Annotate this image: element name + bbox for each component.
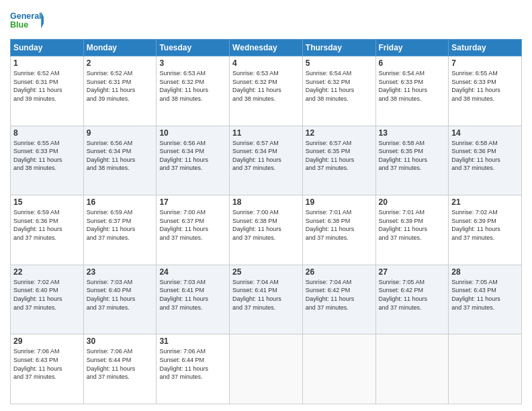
day-info: Sunrise: 7:05 AMSunset: 6:42 PMDaylight:…: [379, 279, 428, 311]
day-info: Sunrise: 7:05 AMSunset: 6:43 PMDaylight:…: [451, 279, 500, 311]
day-info: Sunrise: 7:02 AMSunset: 6:39 PMDaylight:…: [451, 209, 500, 241]
day-number: 16: [87, 197, 154, 207]
logo: General Blue: [10, 7, 44, 34]
table-row: 6Sunrise: 6:54 AMSunset: 6:33 PMDaylight…: [375, 56, 449, 126]
day-number: 29: [13, 336, 81, 346]
day-number: 5: [306, 58, 373, 68]
day-number: 10: [159, 128, 226, 138]
table-row: 16Sunrise: 6:59 AMSunset: 6:37 PMDayligh…: [83, 195, 157, 265]
day-number: 27: [379, 267, 446, 277]
day-info: Sunrise: 6:53 AMSunset: 6:32 PMDaylight:…: [232, 70, 281, 102]
day-number: 26: [306, 267, 373, 277]
day-info: Sunrise: 7:01 AMSunset: 6:39 PMDaylight:…: [379, 209, 428, 241]
day-info: Sunrise: 7:06 AMSunset: 6:44 PMDaylight:…: [159, 348, 208, 380]
day-info: Sunrise: 6:53 AMSunset: 6:32 PMDaylight:…: [159, 70, 208, 102]
header: General Blue: [10, 7, 522, 34]
table-row: [375, 334, 449, 404]
calendar-header-row: Sunday Monday Tuesday Wednesday Thursday…: [11, 40, 522, 56]
table-row: 19Sunrise: 7:01 AMSunset: 6:38 PMDayligh…: [302, 195, 375, 265]
day-info: Sunrise: 7:04 AMSunset: 6:42 PMDaylight:…: [306, 279, 355, 311]
day-number: 13: [379, 128, 446, 138]
day-info: Sunrise: 6:58 AMSunset: 6:36 PMDaylight:…: [451, 140, 500, 172]
day-number: 3: [159, 58, 226, 68]
day-number: 24: [159, 267, 226, 277]
day-number: 6: [379, 58, 446, 68]
day-number: 21: [451, 197, 519, 207]
day-info: Sunrise: 6:58 AMSunset: 6:35 PMDaylight:…: [379, 140, 428, 172]
table-row: 28Sunrise: 7:05 AMSunset: 6:43 PMDayligh…: [449, 265, 522, 334]
day-info: Sunrise: 6:57 AMSunset: 6:34 PMDaylight:…: [232, 140, 281, 172]
day-info: Sunrise: 6:56 AMSunset: 6:34 PMDaylight:…: [159, 140, 208, 172]
day-info: Sunrise: 6:55 AMSunset: 6:33 PMDaylight:…: [13, 140, 62, 172]
table-row: 12Sunrise: 6:57 AMSunset: 6:35 PMDayligh…: [302, 126, 375, 195]
col-friday: Friday: [375, 40, 449, 56]
day-number: 19: [306, 197, 373, 207]
day-number: 8: [13, 128, 81, 138]
day-info: Sunrise: 6:55 AMSunset: 6:33 PMDaylight:…: [451, 70, 500, 102]
table-row: 9Sunrise: 6:56 AMSunset: 6:34 PMDaylight…: [83, 126, 157, 195]
day-number: 1: [13, 58, 81, 68]
table-row: 31Sunrise: 7:06 AMSunset: 6:44 PMDayligh…: [157, 334, 230, 404]
day-number: 30: [87, 336, 154, 346]
logo-svg: General Blue: [10, 7, 44, 34]
day-number: 7: [451, 58, 519, 68]
table-row: 3Sunrise: 6:53 AMSunset: 6:32 PMDaylight…: [157, 56, 230, 126]
table-row: 18Sunrise: 7:00 AMSunset: 6:38 PMDayligh…: [230, 195, 303, 265]
table-row: [302, 334, 375, 404]
table-row: 27Sunrise: 7:05 AMSunset: 6:42 PMDayligh…: [375, 265, 449, 334]
day-info: Sunrise: 7:02 AMSunset: 6:40 PMDaylight:…: [13, 279, 62, 311]
table-row: 17Sunrise: 7:00 AMSunset: 6:37 PMDayligh…: [157, 195, 230, 265]
day-info: Sunrise: 6:54 AMSunset: 6:33 PMDaylight:…: [379, 70, 428, 102]
day-number: 18: [232, 197, 300, 207]
day-number: 23: [87, 267, 154, 277]
col-thursday: Thursday: [302, 40, 375, 56]
col-saturday: Saturday: [449, 40, 522, 56]
col-sunday: Sunday: [11, 40, 84, 56]
table-row: 24Sunrise: 7:03 AMSunset: 6:41 PMDayligh…: [157, 265, 230, 334]
day-number: 14: [451, 128, 519, 138]
day-number: 20: [379, 197, 446, 207]
day-info: Sunrise: 7:06 AMSunset: 6:43 PMDaylight:…: [13, 348, 62, 380]
table-row: 1Sunrise: 6:52 AMSunset: 6:31 PMDaylight…: [11, 56, 84, 126]
table-row: 4Sunrise: 6:53 AMSunset: 6:32 PMDaylight…: [230, 56, 303, 126]
table-row: 26Sunrise: 7:04 AMSunset: 6:42 PMDayligh…: [302, 265, 375, 334]
col-tuesday: Tuesday: [157, 40, 230, 56]
day-info: Sunrise: 7:01 AMSunset: 6:38 PMDaylight:…: [306, 209, 355, 241]
table-row: 15Sunrise: 6:59 AMSunset: 6:36 PMDayligh…: [11, 195, 84, 265]
table-row: 23Sunrise: 7:03 AMSunset: 6:40 PMDayligh…: [83, 265, 157, 334]
day-number: 15: [13, 197, 81, 207]
day-number: 9: [87, 128, 154, 138]
day-number: 17: [159, 197, 226, 207]
table-row: 5Sunrise: 6:54 AMSunset: 6:32 PMDaylight…: [302, 56, 375, 126]
day-info: Sunrise: 7:03 AMSunset: 6:40 PMDaylight:…: [87, 279, 136, 311]
day-number: 4: [232, 58, 300, 68]
day-info: Sunrise: 6:54 AMSunset: 6:32 PMDaylight:…: [306, 70, 355, 102]
svg-marker-2: [41, 12, 44, 29]
table-row: 2Sunrise: 6:52 AMSunset: 6:31 PMDaylight…: [83, 56, 157, 126]
table-row: 7Sunrise: 6:55 AMSunset: 6:33 PMDaylight…: [449, 56, 522, 126]
day-info: Sunrise: 6:57 AMSunset: 6:35 PMDaylight:…: [306, 140, 355, 172]
col-wednesday: Wednesday: [230, 40, 303, 56]
table-row: [230, 334, 303, 404]
day-number: 12: [306, 128, 373, 138]
calendar: Sunday Monday Tuesday Wednesday Thursday…: [10, 39, 522, 404]
day-info: Sunrise: 7:00 AMSunset: 6:38 PMDaylight:…: [232, 209, 281, 241]
table-row: 11Sunrise: 6:57 AMSunset: 6:34 PMDayligh…: [230, 126, 303, 195]
day-number: 22: [13, 267, 81, 277]
table-row: 30Sunrise: 7:06 AMSunset: 6:44 PMDayligh…: [83, 334, 157, 404]
table-row: 29Sunrise: 7:06 AMSunset: 6:43 PMDayligh…: [11, 334, 84, 404]
table-row: 21Sunrise: 7:02 AMSunset: 6:39 PMDayligh…: [449, 195, 522, 265]
day-info: Sunrise: 6:52 AMSunset: 6:31 PMDaylight:…: [13, 70, 62, 102]
table-row: 13Sunrise: 6:58 AMSunset: 6:35 PMDayligh…: [375, 126, 449, 195]
table-row: [449, 334, 522, 404]
table-row: 8Sunrise: 6:55 AMSunset: 6:33 PMDaylight…: [11, 126, 84, 195]
table-row: 10Sunrise: 6:56 AMSunset: 6:34 PMDayligh…: [157, 126, 230, 195]
page: General Blue Sunday Monday Tuesday Wedne…: [0, 0, 532, 411]
table-row: 22Sunrise: 7:02 AMSunset: 6:40 PMDayligh…: [11, 265, 84, 334]
day-number: 2: [87, 58, 154, 68]
day-number: 31: [159, 336, 226, 346]
svg-text:Blue: Blue: [10, 20, 28, 30]
table-row: 20Sunrise: 7:01 AMSunset: 6:39 PMDayligh…: [375, 195, 449, 265]
table-row: 14Sunrise: 6:58 AMSunset: 6:36 PMDayligh…: [449, 126, 522, 195]
day-info: Sunrise: 6:59 AMSunset: 6:36 PMDaylight:…: [13, 209, 62, 241]
